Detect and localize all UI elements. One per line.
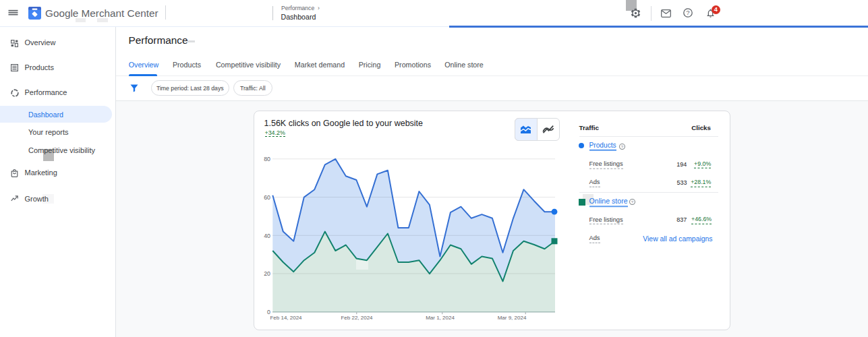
svg-text:?: ?	[621, 144, 624, 148]
svg-text:?: ?	[686, 9, 689, 16]
svg-text:20: 20	[264, 270, 270, 277]
svg-text:Feb 22, 2024: Feb 22, 2024	[341, 315, 373, 321]
svg-text:Feb 14, 2024: Feb 14, 2024	[270, 315, 302, 321]
svg-text:?: ?	[631, 200, 634, 204]
svg-text:40: 40	[264, 233, 270, 239]
svg-text:80: 80	[264, 156, 270, 162]
svg-text:60: 60	[264, 194, 270, 201]
svg-text:Mar 1, 2024: Mar 1, 2024	[426, 315, 455, 321]
svg-text:Mar 9, 2024: Mar 9, 2024	[498, 315, 527, 321]
